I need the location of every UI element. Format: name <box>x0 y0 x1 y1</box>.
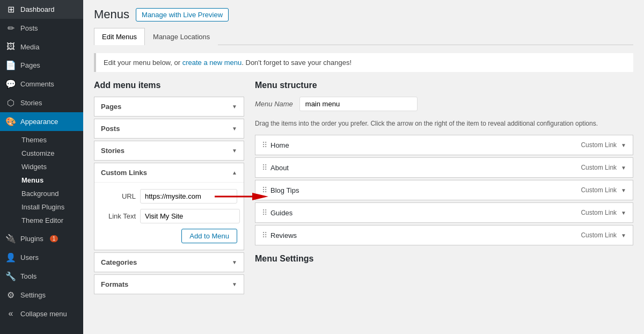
chevron-down-icon: ▼ <box>232 104 237 110</box>
comments-icon: 💬 <box>5 79 16 89</box>
sidebar-item-plugins[interactable]: 🔌 Plugins 1 <box>0 229 83 248</box>
sidebar-item-tools[interactable]: 🔧 Tools <box>0 267 83 286</box>
accordion-custom-links: Custom Links ▲ URL <box>94 163 244 250</box>
drag-handle-icon: ⠿ <box>262 141 267 149</box>
sidebar-sub-background[interactable]: Background <box>17 187 83 200</box>
drag-handle-icon: ⠿ <box>262 208 267 217</box>
accordion-categories: Categories ▼ <box>94 252 244 272</box>
chevron-up-icon: ▲ <box>232 170 237 176</box>
accordion-posts: Posts ▼ <box>94 119 244 139</box>
accordion-posts-header[interactable]: Posts ▼ <box>94 119 244 138</box>
sidebar-sub-widgets[interactable]: Widgets <box>17 160 83 173</box>
chevron-down-icon[interactable]: ▼ <box>621 165 626 171</box>
main-content: Menus Manage with Live Preview Edit Menu… <box>83 0 644 334</box>
chevron-down-icon[interactable]: ▼ <box>621 210 626 216</box>
notice-bar: Edit your menu below, or create a new me… <box>94 53 633 72</box>
sidebar-sub-menus[interactable]: Menus <box>17 173 83 187</box>
chevron-down-icon: ▼ <box>232 259 237 265</box>
live-preview-button[interactable]: Manage with Live Preview <box>136 8 229 21</box>
menu-settings-title: Menu Settings <box>255 254 633 264</box>
url-field-row: URL <box>101 189 237 204</box>
page-title: Menus <box>94 8 129 21</box>
sidebar-item-media[interactable]: 🖼 Media <box>0 38 83 56</box>
menu-item-blog-tips[interactable]: ⠿ Blog Tips Custom Link ▼ <box>255 180 633 200</box>
add-menu-items-title: Add menu items <box>94 81 244 90</box>
drag-handle-icon: ⠿ <box>262 231 267 239</box>
create-menu-link[interactable]: create a new menu <box>182 59 242 67</box>
sidebar: ⊞ Dashboard ✏ Posts 🖼 Media 📄 Pages 💬 Co… <box>0 0 83 334</box>
chevron-down-icon[interactable]: ▼ <box>621 142 626 148</box>
settings-icon: ⚙ <box>5 290 16 300</box>
sidebar-item-pages[interactable]: 📄 Pages <box>0 56 83 75</box>
menu-name-label: Menu Name <box>255 100 293 108</box>
menu-item-about[interactable]: ⠿ About Custom Link ▼ <box>255 157 633 178</box>
users-icon: 👤 <box>5 252 16 263</box>
sidebar-item-appearance[interactable]: 🎨 Appearance <box>0 112 83 131</box>
accordion-formats: Formats ▼ <box>94 274 244 294</box>
chevron-down-icon: ▼ <box>232 148 237 154</box>
red-arrow-annotation <box>215 191 268 202</box>
page-header: Menus Manage with Live Preview <box>94 8 633 21</box>
sidebar-item-collapse[interactable]: « Collapse menu <box>0 304 83 323</box>
accordion-stories: Stories ▼ <box>94 141 244 161</box>
right-panel: Menu structure Menu Name Drag the items … <box>255 81 633 296</box>
dashboard-icon: ⊞ <box>5 4 16 14</box>
sidebar-sub-install-plugins[interactable]: Install Plugins <box>17 200 83 214</box>
accordion-custom-links-header[interactable]: Custom Links ▲ <box>94 163 244 182</box>
menu-item-home[interactable]: ⠿ Home Custom Link ▼ <box>255 135 633 155</box>
url-label: URL <box>101 192 136 200</box>
sidebar-item-posts[interactable]: ✏ Posts <box>0 19 83 38</box>
link-text-label: Link Text <box>101 212 136 220</box>
posts-icon: ✏ <box>5 23 16 33</box>
left-panel: Add menu items Pages ▼ Posts ▼ <box>94 81 244 296</box>
stories-icon: ⬡ <box>5 98 16 108</box>
drag-handle-icon: ⠿ <box>262 163 267 172</box>
sidebar-item-stories[interactable]: ⬡ Stories <box>0 93 83 112</box>
chevron-down-icon[interactable]: ▼ <box>621 233 626 238</box>
sidebar-item-users[interactable]: 👤 Users <box>0 248 83 267</box>
pages-icon: 📄 <box>5 60 16 70</box>
notice-text-after: . Don't forget to save your changes! <box>241 59 352 67</box>
chevron-down-icon: ▼ <box>232 281 237 287</box>
accordion-pages-header[interactable]: Pages ▼ <box>94 97 244 116</box>
sidebar-sub-theme-editor[interactable]: Theme Editor <box>17 214 83 227</box>
menu-structure-title: Menu structure <box>255 81 633 90</box>
chevron-down-icon: ▼ <box>232 126 237 132</box>
menu-name-row: Menu Name <box>255 97 633 111</box>
appearance-submenu: Themes Customize Widgets Menus Backgroun… <box>0 131 83 229</box>
menu-item-guides[interactable]: ⠿ Guides Custom Link ▼ <box>255 202 633 223</box>
menu-item-reviews[interactable]: ⠿ Reviews Custom Link ▼ <box>255 225 633 245</box>
notice-text-before: Edit your menu below, or <box>104 59 182 67</box>
menu-name-input[interactable] <box>299 97 418 111</box>
accordion-stories-header[interactable]: Stories ▼ <box>94 141 244 160</box>
chevron-down-icon[interactable]: ▼ <box>621 187 626 193</box>
drag-hint: Drag the items into the order you prefer… <box>255 119 633 128</box>
custom-links-content: URL <box>94 182 244 250</box>
plugins-badge: 1 <box>50 235 58 242</box>
accordion-formats-header[interactable]: Formats ▼ <box>94 275 244 294</box>
add-to-menu-button[interactable]: Add to Menu <box>181 229 237 243</box>
sidebar-item-comments[interactable]: 💬 Comments <box>0 75 83 93</box>
svg-marker-1 <box>252 193 268 200</box>
sidebar-item-dashboard[interactable]: ⊞ Dashboard <box>0 0 83 19</box>
appearance-icon: 🎨 <box>5 117 16 127</box>
link-text-input[interactable] <box>140 209 240 223</box>
collapse-icon: « <box>5 309 16 318</box>
tools-icon: 🔧 <box>5 271 16 281</box>
tabs-bar: Edit Menus Manage Locations <box>94 28 633 45</box>
plugins-icon: 🔌 <box>5 234 16 244</box>
tab-manage-locations[interactable]: Manage Locations <box>145 28 218 45</box>
two-col-layout: Add menu items Pages ▼ Posts ▼ <box>94 81 633 296</box>
sidebar-item-settings[interactable]: ⚙ Settings <box>0 286 83 304</box>
sidebar-sub-themes[interactable]: Themes <box>17 133 83 147</box>
sidebar-sub-customize[interactable]: Customize <box>17 147 83 160</box>
tab-edit-menus[interactable]: Edit Menus <box>94 28 145 45</box>
accordion-categories-header[interactable]: Categories ▼ <box>94 253 244 272</box>
accordion-pages: Pages ▼ <box>94 97 244 117</box>
link-text-field-row: Link Text <box>101 209 237 223</box>
media-icon: 🖼 <box>5 42 16 52</box>
